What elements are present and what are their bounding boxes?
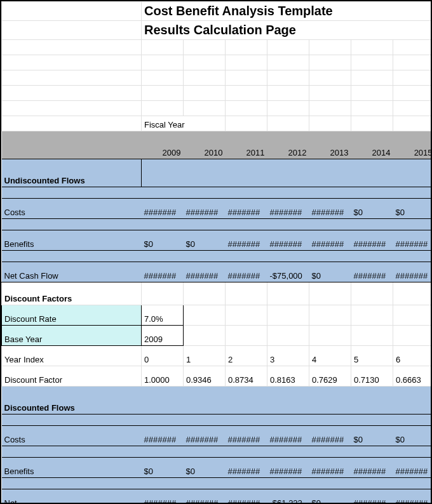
cell[interactable]: ####### <box>393 458 433 478</box>
cell[interactable]: 0.9346 <box>184 366 226 387</box>
cell[interactable]: ####### <box>267 426 309 446</box>
cell[interactable]: 0.7629 <box>309 366 351 387</box>
page-title-2: Results Calculation Page <box>142 21 433 40</box>
cell[interactable]: ####### <box>267 230 309 251</box>
row-label: Net <box>2 489 142 505</box>
row-year-index: Year Index 0 1 2 3 4 5 6 <box>2 346 433 366</box>
cell[interactable]: $0 <box>393 426 433 446</box>
cell[interactable]: $0 <box>393 199 433 219</box>
cell[interactable]: 4 <box>309 346 351 366</box>
year-header-row: 2009 2010 2011 2012 2013 2014 2015 <box>2 131 433 159</box>
section-label: Undiscounted Flows <box>2 159 142 187</box>
cell[interactable]: ####### <box>393 262 433 282</box>
section-discount-factors: Discount Factors <box>2 282 433 305</box>
year-header: 2014 <box>351 131 393 159</box>
cell[interactable]: 0.7130 <box>351 366 393 387</box>
cell[interactable]: 5 <box>351 346 393 366</box>
cell[interactable]: $0 <box>309 262 351 282</box>
row-undiscounted-benefits: Benefits $0 $0 ####### ####### ####### #… <box>2 230 433 251</box>
cell[interactable]: $0 <box>309 489 351 505</box>
row-discounted-costs: Costs ####### ####### ####### ####### ##… <box>2 426 433 446</box>
cell[interactable]: $0 <box>351 199 393 219</box>
year-header: 2011 <box>226 131 267 159</box>
cell[interactable]: ####### <box>226 458 267 478</box>
cell[interactable]: 0 <box>142 346 184 366</box>
row-label: Costs <box>2 426 142 446</box>
fiscal-year-label: Fiscal Year <box>142 116 226 131</box>
cell[interactable]: ####### <box>226 199 267 219</box>
cell[interactable]: ####### <box>351 489 393 505</box>
grid-table: Cost Benefit Analysis Template Results C… <box>1 1 432 504</box>
cell[interactable]: ####### <box>226 262 267 282</box>
year-header: 2013 <box>309 131 351 159</box>
cell[interactable]: ####### <box>142 199 184 219</box>
row-undiscounted-costs: Costs ####### ####### ####### ####### ##… <box>2 199 433 219</box>
section-discounted-flows: Discounted Flows <box>2 387 433 414</box>
spreadsheet-sheet: Cost Benefit Analysis Template Results C… <box>0 0 432 504</box>
cell[interactable]: 0.8734 <box>226 366 267 387</box>
row-discounted-net: Net ####### ####### ####### -$61,222 $0 … <box>2 489 433 505</box>
cell[interactable]: ####### <box>393 230 433 251</box>
cell[interactable]: $0 <box>142 458 184 478</box>
param-label: Discount Rate <box>2 305 142 326</box>
cell[interactable]: 6 <box>393 346 433 366</box>
cell[interactable]: 1.0000 <box>142 366 184 387</box>
cell[interactable]: ####### <box>226 489 267 505</box>
cell[interactable]: ####### <box>226 426 267 446</box>
cell[interactable]: ####### <box>309 230 351 251</box>
year-header: 2012 <box>267 131 309 159</box>
year-header: 2009 <box>142 131 184 159</box>
row-discount-rate: Discount Rate 7.0% <box>2 305 433 326</box>
cell[interactable]: ####### <box>142 426 184 446</box>
discount-rate-value[interactable]: 7.0% <box>142 305 184 326</box>
cell[interactable]: ####### <box>184 199 226 219</box>
cell[interactable]: 2 <box>226 346 267 366</box>
section-label: Discounted Flows <box>2 387 142 414</box>
cell[interactable]: ####### <box>351 262 393 282</box>
row-discount-factor: Discount Factor 1.0000 0.9346 0.8734 0.8… <box>2 366 433 387</box>
row-label: Benefits <box>2 458 142 478</box>
cell[interactable]: ####### <box>267 458 309 478</box>
section-undiscounted-flows: Undiscounted Flows <box>2 159 433 187</box>
cell[interactable]: ####### <box>184 489 226 505</box>
cell[interactable]: ####### <box>309 199 351 219</box>
cell[interactable]: $0 <box>351 426 393 446</box>
cell[interactable]: $0 <box>184 230 226 251</box>
cell[interactable]: $0 <box>142 230 184 251</box>
row-label: Net Cash Flow <box>2 262 142 282</box>
row-base-year: Base Year 2009 <box>2 326 433 346</box>
year-header: 2015 <box>393 131 433 159</box>
year-header: 2010 <box>184 131 226 159</box>
row-label: Costs <box>2 199 142 219</box>
row-undiscounted-net: Net Cash Flow ####### ####### ####### -$… <box>2 262 433 282</box>
cell[interactable]: ####### <box>142 489 184 505</box>
cell[interactable]: 0.8163 <box>267 366 309 387</box>
cell[interactable]: ####### <box>393 489 433 505</box>
section-label: Discount Factors <box>2 282 142 305</box>
cell[interactable]: -$75,000 <box>267 262 309 282</box>
row-label: Year Index <box>2 346 142 366</box>
cell[interactable]: 0.6663 <box>393 366 433 387</box>
base-year-value[interactable]: 2009 <box>142 326 184 346</box>
row-label: Discount Factor <box>2 366 142 387</box>
cell[interactable]: -$61,222 <box>267 489 309 505</box>
cell[interactable]: 1 <box>184 346 226 366</box>
page-title-1: Cost Benefit Analysis Template <box>142 2 433 21</box>
cell[interactable]: $0 <box>184 458 226 478</box>
cell[interactable]: ####### <box>351 230 393 251</box>
cell[interactable]: ####### <box>226 230 267 251</box>
cell[interactable]: ####### <box>184 262 226 282</box>
cell[interactable]: ####### <box>142 262 184 282</box>
row-label: Benefits <box>2 230 142 251</box>
cell[interactable]: ####### <box>309 458 351 478</box>
cell[interactable]: ####### <box>267 199 309 219</box>
param-label: Base Year <box>2 326 142 346</box>
cell[interactable]: 3 <box>267 346 309 366</box>
row-discounted-benefits: Benefits $0 $0 ####### ####### ####### #… <box>2 458 433 478</box>
cell[interactable]: ####### <box>351 458 393 478</box>
cell[interactable]: ####### <box>309 426 351 446</box>
cell[interactable]: ####### <box>184 426 226 446</box>
